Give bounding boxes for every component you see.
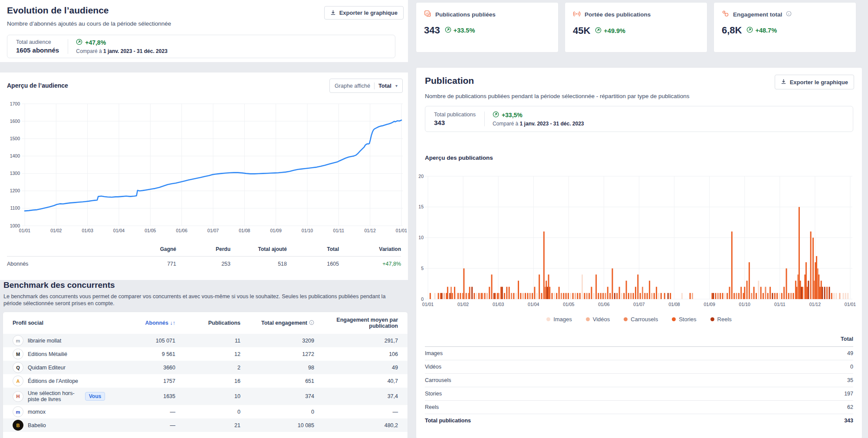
audience-summary-box: Total audience 1605 abonnés +47,8% Compa… (7, 35, 395, 58)
avatar: B (13, 420, 23, 431)
col-publications: Publications (175, 320, 240, 326)
svg-text:01/03: 01/03 (493, 302, 504, 307)
kpi-publications-label: Publications publiées (435, 11, 496, 18)
trend-up-icon (76, 39, 82, 46)
svg-text:01/09: 01/09 (270, 228, 282, 233)
publication-chart-header: Aperçu des publications (425, 155, 493, 161)
avatar: M (13, 349, 23, 359)
svg-text:01/04: 01/04 (113, 228, 125, 233)
download-icon (330, 10, 336, 16)
reach-icon (573, 10, 581, 19)
col-gagne: Gagné (115, 246, 176, 252)
total-publications-value: 343 (434, 119, 476, 126)
info-icon[interactable] (786, 11, 792, 18)
svg-text:01/03: 01/03 (82, 228, 93, 233)
svg-text:01/01: 01/01 (396, 228, 407, 233)
legend-item[interactable]: Reels (710, 316, 732, 323)
avatar: m (13, 335, 23, 346)
svg-text:01/01: 01/01 (845, 302, 856, 307)
publication-summary-box: Total publications 343 +33,5% Comparé à … (425, 106, 853, 132)
svg-text:1000: 1000 (10, 223, 20, 228)
legend-dot-icon (710, 317, 714, 321)
audience-subtitle: Nombre d’abonnés ajoutés au cours de la … (7, 20, 171, 27)
total-audience-value: 1605 abonnés (16, 46, 59, 54)
svg-text:01/02: 01/02 (457, 302, 469, 307)
info-icon[interactable] (309, 320, 314, 326)
svg-text:01/06: 01/06 (176, 228, 187, 233)
svg-text:01/08: 01/08 (668, 302, 680, 307)
svg-text:20: 20 (418, 174, 424, 179)
chevron-down-icon: ▾ (395, 83, 398, 88)
table-row[interactable]: mmomox—00— (3, 405, 408, 418)
audience-line-chart[interactable]: 1000110012001300140015001600170001/0101/… (0, 99, 408, 237)
export-publication-chart-button[interactable]: Exporter le graphique (775, 75, 854, 89)
publication-chart-legend: ImagesVidéosCarrouselsStoriesReels (416, 316, 862, 323)
svg-text:1500: 1500 (10, 136, 20, 141)
you-badge: Vous (85, 392, 105, 401)
kpi-publications-value: 343 (424, 25, 440, 36)
svg-text:01/12: 01/12 (809, 302, 821, 307)
avatar: Q (13, 362, 23, 373)
type-row: Reels62 (425, 401, 853, 414)
kpi-reach-label: Portée des publications (585, 11, 651, 18)
profile-name: Babelio (28, 422, 46, 428)
svg-text:01/10: 01/10 (302, 228, 313, 233)
table-row[interactable]: MEditions Métailié9 561121272106 (3, 347, 408, 361)
abonnes-row: Abonnés 771 253 518 1605 +47,8% (7, 257, 401, 267)
table-row[interactable]: BBabelio—2110 085480,2 (3, 418, 408, 432)
col-abonnes-sort[interactable]: Abonnés ↓↑ (125, 320, 175, 326)
svg-text:15: 15 (418, 204, 424, 209)
svg-text:01/05: 01/05 (563, 302, 574, 307)
publication-compare: Comparé à 1 janv. 2023 - 31 déc. 2023 (493, 121, 584, 127)
benchmark-description: Le benchmark des concurrents vous permet… (3, 293, 404, 307)
audience-summary-table: Gagné Perdu Total ajouté Total Variation… (7, 246, 401, 267)
type-row: Stories197 (425, 387, 853, 401)
publications-bar-chart[interactable]: 0510152001/0101/0201/0301/0401/0501/0601… (416, 168, 862, 315)
table-row[interactable]: AÉditions de l’Antilope17571665140,7 (3, 374, 408, 388)
engagement-icon (722, 10, 729, 19)
svg-text:0: 0 (421, 296, 424, 302)
kpi-reach-delta: +49.9% (604, 27, 625, 34)
legend-dot-icon (672, 317, 676, 321)
kpi-publications-delta: +33.5% (454, 27, 475, 34)
col-engagement-moyen: Engagement moyen parpublication (314, 317, 398, 329)
col-total-engagement: Total engagement (240, 320, 314, 326)
publications-icon (424, 10, 431, 19)
avatar: H (13, 391, 23, 402)
publication-subtitle: Nombre de publications publiées pendant … (425, 93, 689, 99)
legend-item[interactable]: Images (546, 316, 572, 323)
svg-text:01/11: 01/11 (774, 302, 786, 307)
svg-text:1400: 1400 (10, 153, 20, 158)
kpi-card-reach: Portée des publications 45K +49.9% (565, 2, 707, 53)
type-row: Vidéos0 (425, 360, 853, 374)
svg-text:10: 10 (418, 235, 424, 240)
profile-name: momox (28, 409, 46, 415)
graph-displayed-dropdown[interactable]: Graphe affiché Total ▾ (329, 79, 403, 93)
total-publications-label: Total publications (434, 112, 476, 118)
type-table-total-header: Total (425, 336, 853, 347)
export-audience-chart-button[interactable]: Exporter le graphique (324, 6, 404, 20)
type-table-total-row: Total publications 343 (425, 414, 853, 427)
table-row[interactable]: QQuidam Editeur366029849 (3, 361, 408, 374)
publication-card: Publication Exporter le graphique Nombre… (416, 67, 862, 438)
legend-item[interactable]: Carrousels (624, 316, 658, 323)
audience-delta: +47,8% (85, 39, 106, 46)
svg-text:1600: 1600 (10, 119, 20, 124)
legend-item[interactable]: Vidéos (586, 316, 610, 323)
svg-text:01/07: 01/07 (207, 228, 219, 233)
svg-text:01/11: 01/11 (333, 228, 345, 233)
table-row[interactable]: HUne sélection hors-piste de livresVous1… (3, 388, 408, 405)
kpi-engagement-label: Engagement total (733, 11, 782, 18)
legend-item[interactable]: Stories (672, 316, 696, 323)
audience-title: Evolution de l’audience (7, 5, 109, 16)
type-row: Images49 (425, 347, 853, 360)
table-row[interactable]: mlibrairie mollat105 071113209291,7 (3, 334, 408, 347)
benchmark-table-card: Profil social Abonnés ↓↑ Publications To… (3, 312, 408, 438)
col-perdu: Perdu (176, 246, 230, 252)
trend-up-icon (493, 111, 499, 119)
svg-text:01/12: 01/12 (365, 228, 376, 233)
audience-chart-header: Aperçu de l’audience (7, 82, 68, 89)
sort-icon: ↓↑ (170, 320, 176, 326)
kpi-card-publications: Publications publiées 343 +33.5% (416, 2, 559, 53)
avatar: m (13, 406, 23, 417)
